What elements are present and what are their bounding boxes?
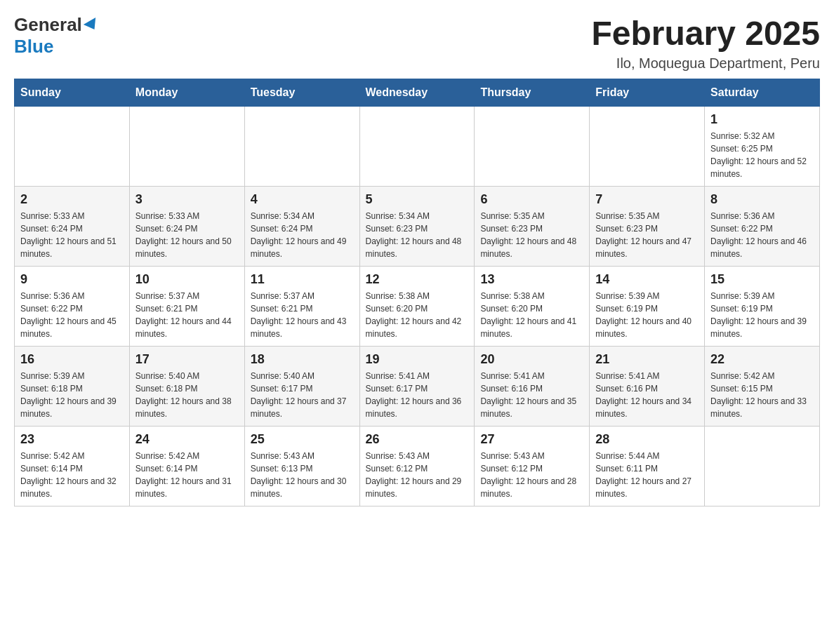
day-cell: 8Sunrise: 5:36 AMSunset: 6:22 PMDaylight… — [705, 187, 820, 267]
day-cell — [705, 427, 820, 507]
day-info: Sunrise: 5:32 AMSunset: 6:25 PMDaylight:… — [710, 130, 814, 180]
day-number: 3 — [135, 192, 239, 207]
day-cell: 11Sunrise: 5:37 AMSunset: 6:21 PMDayligh… — [244, 267, 359, 347]
day-number: 27 — [480, 432, 583, 447]
day-info: Sunrise: 5:41 AMSunset: 6:16 PMDaylight:… — [480, 370, 583, 420]
day-info: Sunrise: 5:36 AMSunset: 6:22 PMDaylight:… — [710, 210, 814, 260]
header-cell-sunday: Sunday — [15, 79, 130, 107]
day-cell: 4Sunrise: 5:34 AMSunset: 6:24 PMDaylight… — [244, 187, 359, 267]
header-row: SundayMondayTuesdayWednesdayThursdayFrid… — [15, 79, 820, 107]
day-info: Sunrise: 5:39 AMSunset: 6:19 PMDaylight:… — [595, 290, 699, 340]
day-info: Sunrise: 5:33 AMSunset: 6:24 PMDaylight:… — [135, 210, 239, 260]
day-cell — [359, 107, 475, 187]
day-info: Sunrise: 5:33 AMSunset: 6:24 PMDaylight:… — [20, 210, 124, 260]
day-number: 23 — [20, 432, 124, 447]
day-cell: 3Sunrise: 5:33 AMSunset: 6:24 PMDaylight… — [129, 187, 244, 267]
day-cell: 7Sunrise: 5:35 AMSunset: 6:23 PMDaylight… — [590, 187, 705, 267]
day-info: Sunrise: 5:44 AMSunset: 6:11 PMDaylight:… — [595, 450, 699, 500]
day-number: 16 — [20, 352, 124, 367]
day-number: 5 — [366, 192, 469, 207]
day-cell: 5Sunrise: 5:34 AMSunset: 6:23 PMDaylight… — [359, 187, 475, 267]
day-info: Sunrise: 5:36 AMSunset: 6:22 PMDaylight:… — [20, 290, 124, 340]
logo-blue-text: Blue — [14, 36, 53, 58]
day-cell — [244, 107, 359, 187]
week-row-3: 9Sunrise: 5:36 AMSunset: 6:22 PMDaylight… — [15, 267, 820, 347]
week-row-5: 23Sunrise: 5:42 AMSunset: 6:14 PMDayligh… — [15, 427, 820, 507]
day-number: 7 — [595, 192, 699, 207]
day-cell: 19Sunrise: 5:41 AMSunset: 6:17 PMDayligh… — [359, 347, 475, 427]
header-cell-friday: Friday — [590, 79, 705, 107]
day-cell: 9Sunrise: 5:36 AMSunset: 6:22 PMDaylight… — [15, 267, 130, 347]
calendar-title: February 2025 — [591, 14, 820, 53]
header-cell-monday: Monday — [129, 79, 244, 107]
day-cell: 12Sunrise: 5:38 AMSunset: 6:20 PMDayligh… — [359, 267, 475, 347]
day-info: Sunrise: 5:39 AMSunset: 6:19 PMDaylight:… — [710, 290, 814, 340]
day-cell: 23Sunrise: 5:42 AMSunset: 6:14 PMDayligh… — [15, 427, 130, 507]
day-cell: 25Sunrise: 5:43 AMSunset: 6:13 PMDayligh… — [244, 427, 359, 507]
day-cell: 6Sunrise: 5:35 AMSunset: 6:23 PMDaylight… — [475, 187, 590, 267]
day-number: 14 — [595, 272, 699, 287]
day-cell: 2Sunrise: 5:33 AMSunset: 6:24 PMDaylight… — [15, 187, 130, 267]
day-info: Sunrise: 5:43 AMSunset: 6:13 PMDaylight:… — [251, 450, 354, 500]
day-number: 15 — [710, 272, 814, 287]
day-info: Sunrise: 5:42 AMSunset: 6:14 PMDaylight:… — [135, 450, 239, 500]
day-info: Sunrise: 5:38 AMSunset: 6:20 PMDaylight:… — [366, 290, 469, 340]
day-info: Sunrise: 5:41 AMSunset: 6:17 PMDaylight:… — [366, 370, 469, 420]
day-cell: 10Sunrise: 5:37 AMSunset: 6:21 PMDayligh… — [129, 267, 244, 347]
day-number: 13 — [480, 272, 583, 287]
day-cell — [129, 107, 244, 187]
day-cell: 14Sunrise: 5:39 AMSunset: 6:19 PMDayligh… — [590, 267, 705, 347]
day-number: 8 — [710, 192, 814, 207]
day-cell: 27Sunrise: 5:43 AMSunset: 6:12 PMDayligh… — [475, 427, 590, 507]
page-header: General Blue February 2025 Ilo, Moquegua… — [14, 14, 820, 72]
day-info: Sunrise: 5:43 AMSunset: 6:12 PMDaylight:… — [366, 450, 469, 500]
calendar-table: SundayMondayTuesdayWednesdayThursdayFrid… — [14, 79, 820, 507]
day-info: Sunrise: 5:40 AMSunset: 6:18 PMDaylight:… — [135, 370, 239, 420]
day-number: 21 — [595, 352, 699, 367]
day-cell: 26Sunrise: 5:43 AMSunset: 6:12 PMDayligh… — [359, 427, 475, 507]
day-cell: 15Sunrise: 5:39 AMSunset: 6:19 PMDayligh… — [705, 267, 820, 347]
day-info: Sunrise: 5:42 AMSunset: 6:15 PMDaylight:… — [710, 370, 814, 420]
day-number: 18 — [251, 352, 354, 367]
day-info: Sunrise: 5:34 AMSunset: 6:24 PMDaylight:… — [251, 210, 354, 260]
day-cell — [15, 107, 130, 187]
day-number: 25 — [251, 432, 354, 447]
day-number: 26 — [366, 432, 469, 447]
day-number: 17 — [135, 352, 239, 367]
day-cell: 16Sunrise: 5:39 AMSunset: 6:18 PMDayligh… — [15, 347, 130, 427]
day-info: Sunrise: 5:38 AMSunset: 6:20 PMDaylight:… — [480, 290, 583, 340]
logo-general-text: General — [14, 14, 82, 36]
week-row-4: 16Sunrise: 5:39 AMSunset: 6:18 PMDayligh… — [15, 347, 820, 427]
header-cell-thursday: Thursday — [475, 79, 590, 107]
day-info: Sunrise: 5:35 AMSunset: 6:23 PMDaylight:… — [480, 210, 583, 260]
day-cell: 20Sunrise: 5:41 AMSunset: 6:16 PMDayligh… — [475, 347, 590, 427]
day-info: Sunrise: 5:34 AMSunset: 6:23 PMDaylight:… — [366, 210, 469, 260]
day-cell — [475, 107, 590, 187]
day-number: 2 — [20, 192, 124, 207]
day-cell: 18Sunrise: 5:40 AMSunset: 6:17 PMDayligh… — [244, 347, 359, 427]
day-number: 24 — [135, 432, 239, 447]
day-cell — [590, 107, 705, 187]
day-number: 12 — [366, 272, 469, 287]
day-number: 22 — [710, 352, 814, 367]
logo-triangle-icon — [84, 17, 100, 32]
day-info: Sunrise: 5:41 AMSunset: 6:16 PMDaylight:… — [595, 370, 699, 420]
day-info: Sunrise: 5:40 AMSunset: 6:17 PMDaylight:… — [251, 370, 354, 420]
day-number: 4 — [251, 192, 354, 207]
day-info: Sunrise: 5:37 AMSunset: 6:21 PMDaylight:… — [251, 290, 354, 340]
day-number: 20 — [480, 352, 583, 367]
day-cell: 22Sunrise: 5:42 AMSunset: 6:15 PMDayligh… — [705, 347, 820, 427]
day-number: 28 — [595, 432, 699, 447]
header-cell-tuesday: Tuesday — [244, 79, 359, 107]
day-info: Sunrise: 5:37 AMSunset: 6:21 PMDaylight:… — [135, 290, 239, 340]
day-info: Sunrise: 5:39 AMSunset: 6:18 PMDaylight:… — [20, 370, 124, 420]
day-number: 1 — [710, 112, 814, 127]
day-number: 10 — [135, 272, 239, 287]
title-section: February 2025 Ilo, Moquegua Department, … — [591, 14, 820, 72]
day-cell: 17Sunrise: 5:40 AMSunset: 6:18 PMDayligh… — [129, 347, 244, 427]
day-cell: 24Sunrise: 5:42 AMSunset: 6:14 PMDayligh… — [129, 427, 244, 507]
day-cell: 28Sunrise: 5:44 AMSunset: 6:11 PMDayligh… — [590, 427, 705, 507]
day-number: 9 — [20, 272, 124, 287]
day-cell: 21Sunrise: 5:41 AMSunset: 6:16 PMDayligh… — [590, 347, 705, 427]
logo: General Blue — [14, 14, 99, 58]
